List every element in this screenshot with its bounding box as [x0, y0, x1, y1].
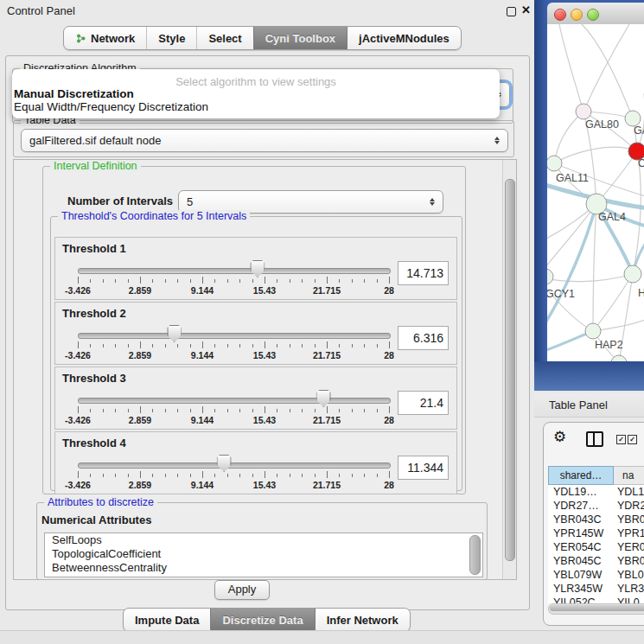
apply-button[interactable]: Apply — [214, 580, 270, 600]
scale-label: -3.426 — [65, 415, 91, 425]
column-header-name[interactable]: na — [614, 466, 644, 485]
bottom-tabstrip: Impute Data Discretize Data Infer Networ… — [123, 608, 411, 632]
slider-scale-labels: -3.4262.8599.14415.4321.71528 — [78, 415, 389, 425]
tab-label: Select — [208, 32, 241, 45]
node-gal80[interactable] — [576, 104, 591, 119]
tick-mark — [115, 279, 116, 283]
scale-label: 28 — [384, 350, 394, 360]
table-hscrollbar[interactable] — [548, 603, 644, 615]
tick-mark — [140, 406, 141, 413]
table-row[interactable]: YBR043CYBR0 — [548, 513, 644, 526]
tick-mark — [140, 341, 141, 348]
close-icon[interactable]: ✕ — [521, 3, 531, 16]
tab-style[interactable]: Style — [146, 27, 196, 49]
tick-mark — [202, 406, 203, 413]
tab-label: Impute Data — [135, 614, 199, 627]
threshold-value-field[interactable]: 6.316 — [398, 326, 449, 350]
tick-mark — [165, 409, 166, 412]
table-row[interactable]: YDL19…YDL1 — [548, 485, 644, 499]
tick-mark — [78, 471, 79, 478]
float-window-icon[interactable] — [507, 7, 516, 16]
node-label: GCY1 — [547, 288, 575, 300]
minimize-traffic-light-icon[interactable] — [571, 9, 583, 21]
checkbox-icon[interactable]: ✓ — [628, 435, 637, 444]
slider-track[interactable] — [78, 333, 391, 339]
table-row[interactable]: YDR27…YDR2 — [548, 499, 644, 513]
network-graph: GAL80 GA C GAL11 GAL4 GCY1 H HAP2 — [547, 24, 644, 361]
slider-track[interactable] — [78, 462, 391, 469]
tick-mark — [377, 279, 378, 283]
scrollbar-thumb[interactable] — [505, 179, 515, 561]
slider-thumb[interactable] — [217, 455, 232, 472]
list-scrollbar[interactable] — [469, 535, 481, 575]
thresholds-group: Threshold's Coordinates for 5 Intervals … — [50, 216, 462, 491]
tick-mark — [290, 474, 290, 477]
tab-impute-data[interactable]: Impute Data — [124, 609, 210, 631]
tick-mark — [239, 279, 240, 283]
table-row[interactable]: YLR345WYLR3 — [548, 582, 644, 596]
node-bottom[interactable] — [611, 355, 627, 361]
threshold-value-field[interactable]: 14.713 — [398, 261, 449, 285]
tick-mark — [152, 344, 153, 348]
network-window-titlebar[interactable] — [547, 3, 644, 25]
node-hap2[interactable] — [585, 323, 601, 339]
network-canvas[interactable]: GAL80 GA C GAL11 GAL4 GCY1 H HAP2 — [547, 24, 644, 361]
popup-option-manual[interactable]: Manual Discretization — [14, 87, 134, 100]
tick-mark — [377, 474, 378, 477]
tick-mark — [128, 474, 129, 477]
table-header-row: shared… na — [548, 466, 644, 485]
tick-mark — [90, 409, 91, 412]
settings-scrollbar[interactable] — [502, 160, 516, 579]
scale-label: -3.426 — [65, 350, 91, 360]
tab-infer-network[interactable]: Infer Network — [315, 609, 410, 631]
slider-track[interactable] — [78, 268, 391, 274]
table-row[interactable]: YER054CYER0 — [548, 540, 644, 554]
table-row[interactable]: YPR145WYPR1 — [548, 526, 644, 540]
tick-mark — [165, 474, 166, 477]
tab-cyni-toolbox[interactable]: Cyni Toolbox — [253, 27, 347, 49]
node-label: GAL80 — [585, 118, 619, 131]
scale-label: 21.715 — [313, 415, 341, 425]
tick-mark — [202, 277, 203, 284]
threshold-value-field[interactable]: 21.4 — [398, 391, 449, 415]
popup-option-equal-width[interactable]: Equal Width/Frequency Discretization — [14, 100, 208, 113]
attribute-list-item[interactable]: TopologicalCoefficient — [45, 547, 482, 561]
tick-mark — [103, 474, 104, 477]
attribute-list-item[interactable]: SelfLoops — [45, 533, 482, 547]
tab-select[interactable]: Select — [196, 27, 252, 49]
table-data-combobox[interactable]: galFiltered.sif default node — [21, 129, 508, 152]
scale-label: 9.144 — [191, 480, 214, 490]
slider-thumb[interactable] — [250, 260, 265, 277]
node-gcy1[interactable] — [547, 269, 553, 284]
attributes-list-items: SelfLoopsTopologicalCoefficientBetweenne… — [45, 533, 482, 575]
gear-icon[interactable]: ⚙ — [553, 428, 566, 446]
tick-mark — [177, 409, 178, 412]
zoom-traffic-light-icon[interactable] — [587, 9, 599, 21]
tab-jactivemnodules[interactable]: jActiveMNodules — [347, 27, 461, 49]
cell-name: YER0 — [612, 540, 644, 554]
table-row[interactable]: YBR045CYBR0 — [548, 554, 644, 568]
tick-mark — [377, 344, 378, 348]
tab-network[interactable]: Network — [64, 27, 146, 49]
checkbox-icon[interactable]: ✓ — [616, 435, 626, 444]
scale-label: 2.859 — [129, 415, 151, 425]
node-h[interactable] — [624, 265, 641, 283]
close-traffic-light-icon[interactable] — [554, 9, 566, 21]
hscrollbar-thumb[interactable] — [550, 605, 644, 611]
tab-discretize-data[interactable]: Discretize Data — [210, 609, 314, 631]
attribute-list-item[interactable]: BetweennessCentrality — [45, 561, 482, 575]
table-row[interactable]: YIL052CYIL0 — [548, 596, 644, 603]
column-header-shared-name[interactable]: shared… — [548, 466, 614, 485]
scale-label: 21.715 — [313, 350, 341, 360]
tick-mark — [327, 341, 328, 348]
tick-mark — [252, 474, 253, 477]
tick-mark — [214, 474, 215, 477]
slider-track[interactable] — [78, 398, 391, 404]
threshold-value-field[interactable]: 11.344 — [398, 456, 449, 480]
columns-icon[interactable] — [586, 431, 603, 447]
slider-thumb[interactable] — [316, 390, 331, 407]
node-gal11[interactable] — [547, 156, 562, 171]
slider-thumb[interactable] — [167, 325, 182, 342]
tick-mark — [290, 409, 290, 412]
table-row[interactable]: YBL079WYBL0 — [548, 568, 644, 582]
